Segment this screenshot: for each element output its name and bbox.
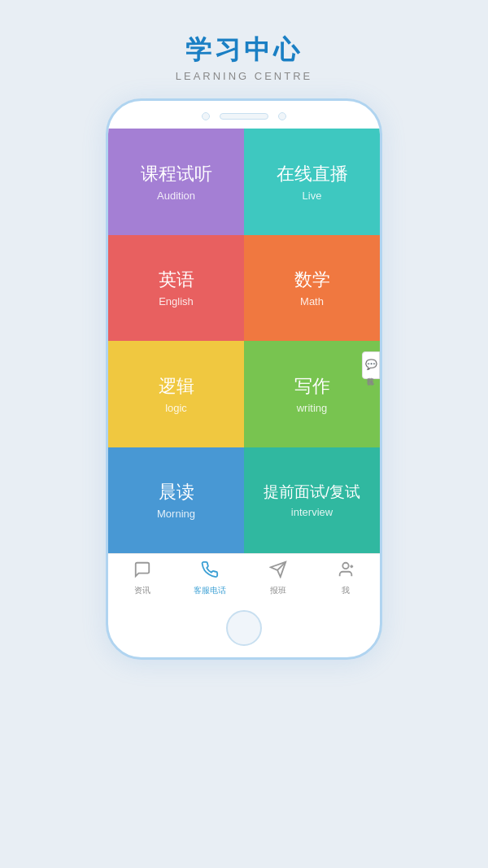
phone-speaker bbox=[220, 113, 268, 120]
phone-home-button[interactable] bbox=[226, 610, 262, 646]
phone-frame: 课程试听Audition在线直播Live英语English数学Math逻辑log… bbox=[106, 98, 382, 660]
cell-label-en-morning: Morning bbox=[157, 508, 195, 520]
news-icon bbox=[133, 560, 151, 582]
phone-camera bbox=[202, 112, 210, 120]
cell-label-en-logic: logic bbox=[165, 402, 187, 414]
grid-cell-logic[interactable]: 逻辑logic bbox=[108, 341, 244, 447]
side-message-button[interactable]: 💬 在线留言 bbox=[362, 351, 380, 379]
grid-cell-interview[interactable]: 提前面试/复试interview bbox=[244, 447, 380, 554]
phone-icon bbox=[201, 560, 219, 582]
tab-bar: 资讯客服电话报班我 bbox=[108, 553, 380, 602]
cell-label-en-writing: writing bbox=[297, 402, 328, 414]
menu-grid: 课程试听Audition在线直播Live英语English数学Math逻辑log… bbox=[108, 129, 380, 553]
tab-label-news: 资讯 bbox=[134, 585, 150, 596]
phone-screen: 课程试听Audition在线直播Live英语English数学Math逻辑log… bbox=[108, 129, 380, 602]
grid-cell-audition[interactable]: 课程试听Audition bbox=[108, 129, 244, 235]
cell-label-cn-logic: 逻辑 bbox=[159, 374, 194, 399]
app-title-en: LEARNING CENTRE bbox=[176, 70, 313, 82]
phone-camera-right bbox=[278, 112, 286, 120]
tab-phone[interactable]: 客服电话 bbox=[176, 560, 245, 596]
cell-label-cn-morning: 晨读 bbox=[159, 480, 194, 504]
tab-register[interactable]: 报班 bbox=[244, 560, 312, 596]
grid-cell-live[interactable]: 在线直播Live bbox=[244, 129, 380, 235]
cell-label-cn-english: 英语 bbox=[159, 268, 194, 292]
cell-label-cn-live: 在线直播 bbox=[277, 162, 348, 186]
message-icon: 💬 bbox=[365, 359, 377, 370]
app-title-cn: 学习中心 bbox=[185, 33, 303, 68]
grid-cell-morning[interactable]: 晨读Morning bbox=[108, 447, 244, 554]
cell-label-cn-interview: 提前面试/复试 bbox=[264, 482, 360, 503]
tab-label-me: 我 bbox=[342, 585, 350, 596]
cell-label-en-english: English bbox=[159, 295, 194, 308]
tab-news[interactable]: 资讯 bbox=[108, 560, 176, 596]
cell-label-en-math: Math bbox=[300, 295, 324, 308]
grid-cell-math[interactable]: 数学Math bbox=[244, 235, 380, 342]
tab-label-register: 报班 bbox=[270, 585, 286, 596]
cell-label-en-audition: Audition bbox=[157, 190, 195, 202]
cell-label-en-live: Live bbox=[303, 190, 322, 202]
me-icon bbox=[337, 560, 355, 582]
register-icon bbox=[269, 560, 287, 582]
svg-point-2 bbox=[343, 562, 349, 568]
tab-me[interactable]: 我 bbox=[312, 560, 381, 596]
tab-label-phone: 客服电话 bbox=[194, 585, 226, 596]
cell-label-cn-writing: 写作 bbox=[294, 374, 330, 399]
cell-label-cn-math: 数学 bbox=[294, 268, 330, 292]
grid-cell-english[interactable]: 英语English bbox=[108, 235, 244, 342]
phone-top-bar bbox=[108, 101, 380, 129]
header: 学习中心 LEARNING CENTRE bbox=[176, 0, 313, 82]
grid-cell-writing[interactable]: 写作writing bbox=[244, 341, 380, 447]
cell-label-cn-audition: 课程试听 bbox=[141, 162, 212, 186]
cell-label-en-interview: interview bbox=[291, 506, 333, 518]
